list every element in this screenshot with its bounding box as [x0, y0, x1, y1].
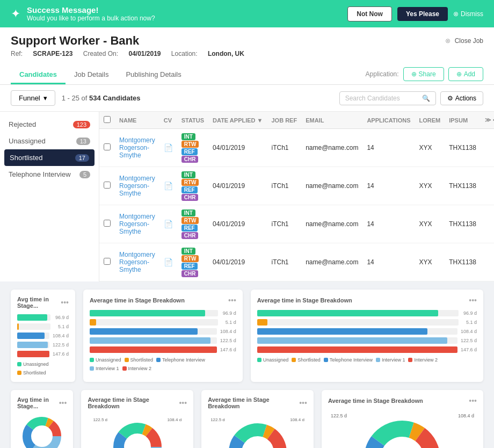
ipsum: THX1138 [445, 167, 481, 205]
lorem: XYX [415, 167, 445, 205]
bar-fill [90, 328, 198, 335]
yes-please-button[interactable]: Yes Please [397, 7, 448, 21]
bar-outer [90, 346, 217, 353]
sidebar-item-unassigned[interactable]: Unassigned 13 [0, 133, 99, 149]
col-cv: CV [159, 112, 177, 129]
ref-value: SCRAPE-123 [33, 50, 72, 57]
bar-menu-small[interactable]: ••• [61, 298, 69, 307]
bar-fill [257, 337, 448, 344]
donut-chart-3: Average time in Stage Breakdown ••• 122.… [201, 390, 314, 448]
funnel-button[interactable]: Funnel ▾ [11, 90, 55, 106]
legend-item: Interview 2 [408, 357, 438, 363]
bar-outer [17, 333, 49, 339]
col-date: DATE APPLIED ▼ [208, 112, 267, 129]
bar-row: 122.5 d [90, 337, 236, 344]
tabs-row: Candidates Job Details Publishing Detail… [0, 66, 494, 85]
location-value: London, UK [208, 50, 244, 57]
bar-outer [17, 323, 50, 330]
candidate-name[interactable]: Montgomery Rogerson-Smythe [119, 251, 155, 273]
bar-outer [90, 310, 218, 316]
dismiss-button[interactable]: ⊗ Dismiss [453, 10, 483, 18]
close-job-btn[interactable]: Close Job [455, 37, 483, 45]
cv-icon[interactable]: 📄 [164, 143, 173, 152]
candidate-name[interactable]: Montgomery Rogerson-Smythe [119, 213, 155, 235]
cv-icon[interactable]: 📄 [164, 258, 173, 266]
bar-chart-small: Avg time in Stage... ••• 96.9 d 5.1 d 10… [11, 290, 75, 382]
toolbar-left: Funnel ▾ 1 - 25 of 534 Candidates [11, 90, 140, 106]
bar-menu-large[interactable]: ••• [469, 296, 477, 305]
legend-dot [90, 366, 94, 371]
donut-title-3: Average time in Stage Breakdown [208, 396, 299, 409]
bar-fill [257, 346, 457, 353]
legend-item: Interview 1 [90, 366, 119, 371]
legend-dot [376, 358, 380, 362]
bar-title-large: Average time in Stage Breakdown [257, 297, 352, 304]
col-apps: APPLICATIONS [362, 112, 415, 129]
sidebar-item-telephone[interactable]: Telephone Interview 5 [0, 166, 99, 183]
col-name: NAME [115, 112, 159, 129]
tag-ref: REF [181, 186, 198, 193]
row-checkbox[interactable] [104, 143, 111, 150]
bar-fill [17, 323, 19, 330]
not-now-button[interactable]: Not Now [347, 6, 392, 21]
actions-button[interactable]: ⚙ Actions [440, 91, 483, 105]
tab-job-details[interactable]: Job Details [66, 66, 117, 84]
cv-icon[interactable]: 📄 [164, 182, 173, 190]
bar-chart-large: Average time in Stage Breakdown ••• 96.9… [251, 290, 483, 382]
chevron-down-icon: ▾ [43, 94, 47, 102]
sidebar-item-rejected[interactable]: Rejected 123 [0, 116, 99, 133]
email: name@name.com [301, 167, 362, 205]
donut4-tr: 108.4 d [458, 413, 474, 418]
row-checkbox[interactable] [104, 220, 111, 227]
legend-label: Shortlisted [23, 370, 46, 375]
donut-svg-3 [226, 420, 290, 448]
tag-rtw: RTW [181, 255, 199, 262]
sidebar-label-rejected: Rejected [9, 120, 36, 128]
cv-icon[interactable]: 📄 [164, 220, 173, 228]
share-button[interactable]: ⊕ Share [403, 67, 444, 81]
tag-rtw: RTW [181, 179, 199, 186]
select-all-checkbox[interactable] [104, 116, 111, 123]
tag-ref: REF [181, 263, 198, 270]
legend-label: Unassigned [96, 357, 121, 363]
ref-label: Ref: SCRAPE-123 [11, 50, 75, 57]
sidebar-item-shortlisted[interactable]: Shortlisted 17 [4, 149, 95, 166]
donut-menu-3[interactable]: ••• [299, 399, 307, 407]
bar-value-label: 147.6 d [461, 347, 477, 352]
job-ref: iTCh1 [267, 129, 301, 167]
legend-label: Telephone Interview [162, 357, 205, 363]
legend-dot [125, 358, 129, 362]
row-checkbox[interactable] [104, 182, 111, 189]
donut-area-3: 122.5 d 108.4 d 147.6 d 5.1 d 96.9 d [208, 415, 307, 448]
tab-publishing-details[interactable]: Publishing Details [117, 66, 190, 84]
tag-chr: CHR [181, 194, 199, 201]
bar-value-label: 147.6 d [220, 347, 236, 352]
bar-fill [90, 346, 217, 353]
applications: 14 [362, 205, 415, 243]
bar-row: 96.9 d [90, 310, 236, 316]
candidate-name[interactable]: Montgomery Rogerson-Smythe [119, 175, 155, 197]
search-icon[interactable]: 🔍 [422, 95, 430, 102]
add-button[interactable]: ⊕ Add [448, 67, 483, 81]
date-applied: 04/01/2019 [208, 205, 267, 243]
bar-menu-medium[interactable]: ••• [228, 296, 236, 305]
donut-menu-2[interactable]: ••• [179, 399, 187, 407]
lorem: XYX [415, 243, 445, 281]
row-checkbox[interactable] [104, 258, 111, 265]
bar-fill [17, 342, 48, 348]
bar-outer [90, 337, 217, 344]
bar-title-medium: Average time in Stage Breakdown [90, 297, 185, 304]
candidate-name[interactable]: Montgomery Rogerson-Smythe [119, 136, 155, 159]
donut-menu-1[interactable]: ••• [59, 399, 67, 407]
bar-outer [257, 346, 457, 353]
donut-menu-4[interactable]: ••• [469, 396, 477, 405]
legend-dot [122, 366, 127, 371]
count-bold: 534 Candidates [89, 94, 140, 102]
bar-chart-medium: Average time in Stage Breakdown ••• 96.9… [83, 290, 243, 382]
donut-area-4: 122.5 d 108.4 d 147.6 d 5.1 d 96.9 d [328, 410, 477, 448]
sidebar-badge-unassigned: 13 [76, 138, 90, 145]
legend-dot [257, 358, 261, 362]
bar-outer [17, 351, 49, 357]
tag-ref: REF [181, 225, 198, 232]
tab-candidates[interactable]: Candidates [11, 66, 66, 84]
